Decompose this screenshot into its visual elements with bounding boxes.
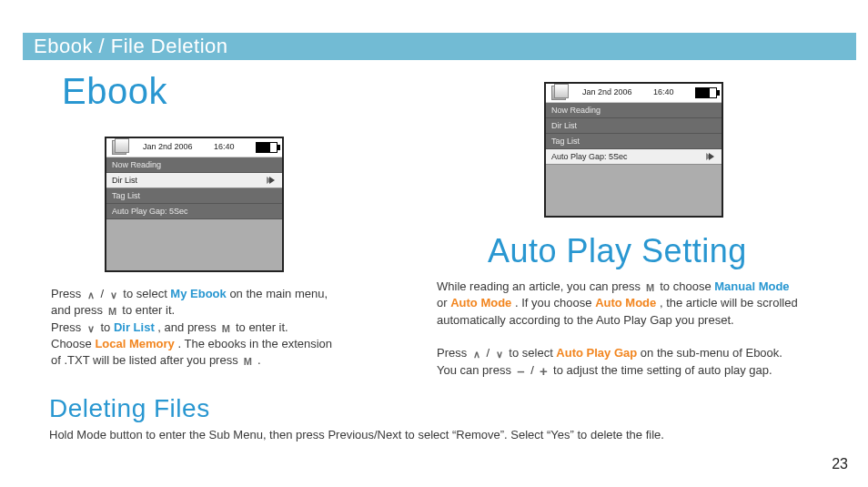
m-icon: M bbox=[106, 305, 119, 319]
device-screenshot-ebook: Jan 2nd 2006 16:40 Now Reading Dir List … bbox=[105, 137, 284, 272]
text: to choose bbox=[660, 279, 714, 293]
keyword-local-memory: Local Memory bbox=[95, 337, 174, 350]
device-time: 16:40 bbox=[653, 87, 674, 96]
minus-icon: – bbox=[515, 361, 528, 380]
text: . bbox=[257, 353, 261, 367]
keyword-manual-mode: Manual Mode bbox=[714, 279, 789, 293]
keyword-dir-list: Dir List bbox=[114, 320, 155, 334]
keyword-my-ebook: My Ebook bbox=[170, 287, 226, 300]
heading-ebook: Ebook bbox=[62, 71, 167, 112]
text: Press bbox=[51, 320, 85, 334]
text: to adjust the time setting of auto play … bbox=[553, 363, 772, 377]
ebook-paragraph: Press ∧ / ∨ to select My Ebook on the ma… bbox=[51, 286, 401, 370]
page-number: 23 bbox=[832, 456, 848, 472]
text: and press bbox=[51, 303, 106, 317]
text: to enter it. bbox=[236, 320, 288, 334]
device-row-dir-list: Dir List bbox=[546, 118, 722, 134]
battery-icon bbox=[256, 142, 278, 153]
m-icon: M bbox=[219, 322, 232, 336]
text: to select bbox=[123, 287, 170, 300]
text: You can press bbox=[437, 363, 515, 377]
text: to select bbox=[509, 346, 556, 360]
deleting-paragraph: Hold Mode button to enter the Sub Menu, … bbox=[49, 427, 704, 443]
section-banner-title: Ebook / File Deletion bbox=[34, 35, 228, 57]
keyword-auto-mode: Auto Mode bbox=[450, 296, 511, 309]
text: to bbox=[100, 320, 113, 334]
device-statusbar: Jan 2nd 2006 16:40 bbox=[546, 84, 722, 103]
plus-icon: + bbox=[537, 361, 550, 380]
text: of .TXT will be listed after you press bbox=[51, 353, 241, 367]
device-row-now-reading: Now Reading bbox=[106, 157, 282, 173]
device-row-tag-list: Tag List bbox=[106, 188, 282, 204]
device-row-dir-list: Dir List bbox=[106, 173, 282, 188]
text: . If you choose bbox=[515, 296, 595, 309]
down-icon: ∨ bbox=[85, 322, 97, 336]
text: Press bbox=[51, 287, 85, 300]
folders-icon bbox=[551, 86, 566, 100]
m-icon: M bbox=[241, 355, 254, 369]
device-date: Jan 2nd 2006 bbox=[582, 87, 632, 96]
m-icon: M bbox=[644, 281, 657, 295]
folders-icon bbox=[112, 140, 126, 155]
text: While reading an article, you can press bbox=[437, 279, 644, 293]
device-statusbar: Jan 2nd 2006 16:40 bbox=[106, 138, 282, 157]
text: on the sub-menu of Ebook. bbox=[641, 346, 782, 360]
device-time: 16:40 bbox=[214, 142, 235, 151]
text: to enter it. bbox=[122, 303, 175, 317]
up-icon: ∧ bbox=[85, 289, 97, 302]
device-row-auto-play-gap: Auto Play Gap: 5Sec bbox=[546, 149, 722, 165]
text: or bbox=[437, 296, 450, 309]
device-screenshot-autoplay: Jan 2nd 2006 16:40 Now Reading Dir List … bbox=[544, 82, 723, 218]
down-icon: ∨ bbox=[493, 348, 506, 361]
keyword-auto-play-gap: Auto Play Gap bbox=[556, 346, 637, 360]
device-row-auto-play-gap: Auto Play Gap: 5Sec bbox=[106, 204, 282, 219]
text: Choose bbox=[51, 337, 95, 350]
down-icon: ∨ bbox=[107, 289, 120, 302]
text: , and press bbox=[157, 320, 219, 334]
text: on the main menu, bbox=[229, 287, 328, 300]
text: , the article will be scrolled bbox=[660, 296, 798, 309]
text: automatically according to the Auto Play… bbox=[437, 313, 734, 327]
heading-autoplay: Auto Play Setting bbox=[488, 232, 747, 270]
text: Press bbox=[437, 346, 470, 360]
heading-deleting-files: Deleting Files bbox=[49, 394, 210, 423]
text: / bbox=[100, 287, 106, 300]
keyword-auto-mode: Auto Mode bbox=[595, 296, 656, 309]
up-icon: ∧ bbox=[470, 348, 483, 361]
battery-icon bbox=[695, 87, 717, 98]
device-row-now-reading: Now Reading bbox=[546, 103, 722, 118]
device-date: Jan 2nd 2006 bbox=[143, 142, 193, 151]
text: / bbox=[486, 346, 492, 360]
text: . The ebooks in the extension bbox=[177, 337, 332, 350]
section-banner: Ebook / File Deletion bbox=[23, 33, 856, 60]
text: / bbox=[530, 363, 537, 377]
autoplay-paragraph: While reading an article, you can press … bbox=[437, 279, 846, 380]
device-row-tag-list: Tag List bbox=[546, 134, 722, 149]
